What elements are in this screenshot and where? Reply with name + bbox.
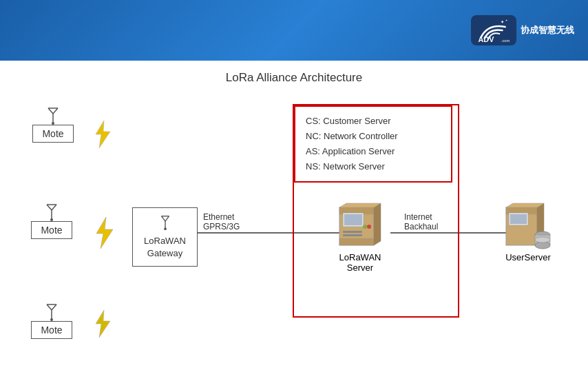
svg-marker-34 <box>374 203 381 245</box>
info-line-2: NC: Network Controller <box>306 129 441 144</box>
header: ✦ ✦ ADV .com 协成智慧无线 <box>0 0 588 61</box>
svg-line-5 <box>48 108 53 114</box>
logo-area: ✦ ✦ ADV .com 协成智慧无线 <box>471 15 574 45</box>
mote-1: Mote <box>25 105 81 143</box>
svg-point-39 <box>367 225 371 229</box>
svg-rect-33 <box>339 238 374 245</box>
antenna-icon-1 <box>43 105 63 125</box>
svg-rect-40 <box>343 231 362 233</box>
svg-text:✦: ✦ <box>501 20 504 24</box>
svg-line-17 <box>52 305 56 310</box>
wifiadv-logo: ✦ ✦ ADV .com <box>471 15 516 45</box>
lorawan-server-label: LoRaWAN Server <box>339 252 381 273</box>
user-server-label: UserServer <box>505 252 551 262</box>
user-server-icon <box>503 200 554 256</box>
svg-rect-37 <box>344 214 362 225</box>
lightning-bolt-3 <box>91 309 115 342</box>
antenna-icon-2 <box>41 202 62 221</box>
info-box: CS: Customer Server NC: Network Controll… <box>294 105 452 183</box>
svg-line-23 <box>161 216 165 221</box>
svg-point-51 <box>535 237 550 243</box>
diagram-area: Mote Mote Mote <box>12 99 576 388</box>
info-line-4: NS: Network Server <box>306 159 441 174</box>
mote-1-label: Mote <box>32 125 74 143</box>
logo-cn-text: 协成智慧无线 <box>521 25 574 37</box>
svg-rect-41 <box>343 234 362 236</box>
svg-line-15 <box>47 305 52 310</box>
mote-2: Mote <box>24 202 79 239</box>
wifi-logo-icon: ✦ ✦ ADV .com <box>476 18 511 43</box>
mote-3: Mote <box>24 302 79 339</box>
mote-2-label: Mote <box>31 221 72 239</box>
svg-text:ADV: ADV <box>479 35 495 43</box>
mote-3-label: Mote <box>31 321 72 339</box>
antenna-icon-3 <box>41 302 62 321</box>
ethernet-label: Ethernet GPRS/3G <box>203 212 240 231</box>
svg-line-12 <box>52 205 56 210</box>
lorawan-server: LoRaWAN Server <box>326 200 395 273</box>
lorawan-server-icon <box>336 200 384 256</box>
gateway-label-line2: Gateway <box>140 247 190 260</box>
svg-text:.com: .com <box>501 39 510 43</box>
svg-line-25 <box>165 216 169 221</box>
svg-rect-47 <box>510 214 527 224</box>
gateway-label-line1: LoRaWAN <box>140 235 190 247</box>
info-line-3: AS: Application Server <box>306 144 441 159</box>
svg-marker-45 <box>506 203 544 207</box>
svg-point-38 <box>363 225 367 229</box>
main-content: LoRa Alliance Architecture Mote Mote <box>0 61 588 392</box>
svg-marker-20 <box>96 121 110 148</box>
lorawan-gateway: LoRaWAN Gateway <box>132 207 198 267</box>
svg-line-10 <box>47 205 52 210</box>
svg-marker-19 <box>96 217 113 249</box>
svg-marker-21 <box>96 310 110 338</box>
svg-marker-35 <box>339 203 381 207</box>
gateway-antenna-icon <box>156 214 175 230</box>
svg-text:✦: ✦ <box>505 19 508 23</box>
lightning-bolt-2 <box>91 119 115 152</box>
user-server: UserServer <box>494 200 563 262</box>
info-line-1: CS: Customer Server <box>306 114 441 129</box>
svg-point-50 <box>535 242 550 249</box>
diagram-title: LoRa Alliance Architecture <box>7 71 581 85</box>
lightning-bolt-1 <box>91 216 118 253</box>
svg-point-26 <box>164 227 167 230</box>
svg-line-7 <box>53 108 58 114</box>
